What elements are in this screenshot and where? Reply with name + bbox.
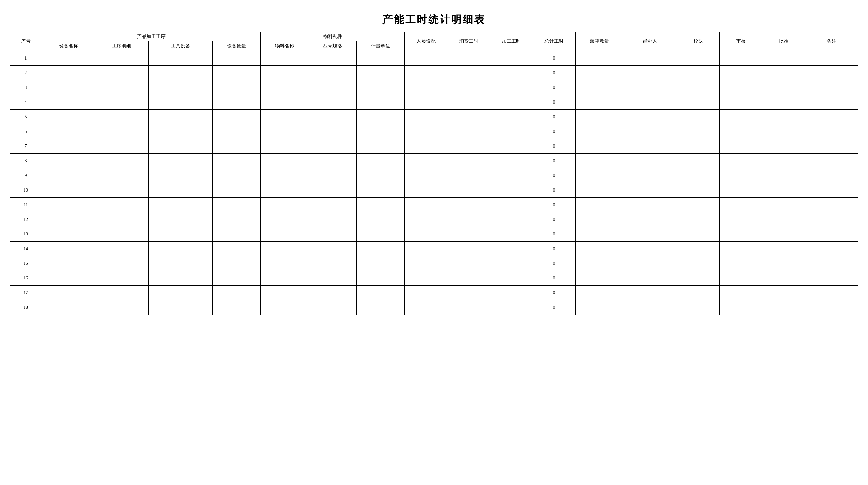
cell-calc-unit [356,300,405,315]
cell-tool-equip [148,139,212,153]
cell-total-hours: 0 [533,271,576,286]
cell-process-detail [95,153,149,168]
cell-box-qty [576,124,623,139]
cell-remarks [805,241,859,256]
cell-handler [623,256,677,271]
cell-material-name [260,66,309,80]
table-row: 70 [10,139,859,153]
cell-model-spec [309,80,356,95]
cell-staff-alloc [405,241,447,256]
main-table: 序号 产品加工工序 物料配件 人员设配 消费工时 加工工时 总计工时 装箱数量 … [9,32,859,315]
cell-remarks [805,227,859,241]
cell-box-qty [576,241,623,256]
cell-handler [623,51,677,66]
cell-model-spec [309,286,356,300]
cell-box-qty [576,80,623,95]
cell-remarks [805,183,859,198]
cell-team [677,286,720,300]
cell-consume-hours [447,51,490,66]
cell-process-hours [490,110,533,124]
table-row: 80 [10,153,859,168]
cell-model-spec [309,124,356,139]
cell-equip-name [42,300,95,315]
cell-review [720,95,762,110]
th-process-detail: 工序明细 [95,41,149,51]
cell-handler [623,198,677,212]
table-row: 160 [10,271,859,286]
cell-review [720,139,762,153]
cell-tool-equip [148,51,212,66]
cell-team [677,212,720,227]
cell-remarks [805,66,859,80]
cell-total-hours: 0 [533,51,576,66]
cell-equip-qty [212,139,260,153]
cell-process-hours [490,168,533,183]
cell-process-detail [95,183,149,198]
th-process-hours: 加工工时 [490,32,533,51]
cell-process-detail [95,66,149,80]
cell-remarks [805,300,859,315]
cell-approve [762,183,805,198]
cell-process-detail [95,241,149,256]
cell-staff-alloc [405,95,447,110]
cell-process-hours [490,241,533,256]
cell-equip-qty [212,300,260,315]
cell-process-hours [490,300,533,315]
cell-material-name [260,256,309,271]
table-body: 1020304050607080901001101201301401501601… [10,51,859,315]
cell-handler [623,66,677,80]
cell-equip-name [42,110,95,124]
cell-total-hours: 0 [533,153,576,168]
cell-seq: 4 [10,95,42,110]
th-handler: 经办人 [623,32,677,51]
cell-equip-name [42,124,95,139]
cell-equip-qty [212,51,260,66]
cell-model-spec [309,271,356,286]
cell-tool-equip [148,300,212,315]
cell-staff-alloc [405,183,447,198]
cell-handler [623,124,677,139]
cell-process-hours [490,153,533,168]
cell-team [677,124,720,139]
table-row: 90 [10,168,859,183]
cell-box-qty [576,286,623,300]
cell-total-hours: 0 [533,139,576,153]
cell-equip-qty [212,256,260,271]
cell-process-hours [490,124,533,139]
cell-approve [762,110,805,124]
cell-remarks [805,124,859,139]
th-box-qty: 装箱数量 [576,32,623,51]
cell-model-spec [309,227,356,241]
th-calc-unit: 计量单位 [356,41,405,51]
cell-handler [623,241,677,256]
cell-equip-qty [212,153,260,168]
cell-box-qty [576,168,623,183]
cell-equip-name [42,51,95,66]
cell-calc-unit [356,256,405,271]
cell-approve [762,124,805,139]
cell-team [677,139,720,153]
cell-approve [762,139,805,153]
cell-seq: 2 [10,66,42,80]
cell-process-detail [95,95,149,110]
cell-equip-qty [212,198,260,212]
cell-team [677,153,720,168]
cell-total-hours: 0 [533,110,576,124]
cell-model-spec [309,198,356,212]
cell-model-spec [309,51,356,66]
cell-equip-name [42,271,95,286]
cell-remarks [805,198,859,212]
cell-tool-equip [148,198,212,212]
cell-tool-equip [148,286,212,300]
cell-seq: 10 [10,183,42,198]
cell-model-spec [309,256,356,271]
table-row: 110 [10,198,859,212]
cell-process-hours [490,212,533,227]
table-row: 10 [10,51,859,66]
header-group-row: 序号 产品加工工序 物料配件 人员设配 消费工时 加工工时 总计工时 装箱数量 … [10,32,859,41]
cell-handler [623,183,677,198]
cell-remarks [805,51,859,66]
table-row: 120 [10,212,859,227]
cell-consume-hours [447,80,490,95]
cell-model-spec [309,168,356,183]
